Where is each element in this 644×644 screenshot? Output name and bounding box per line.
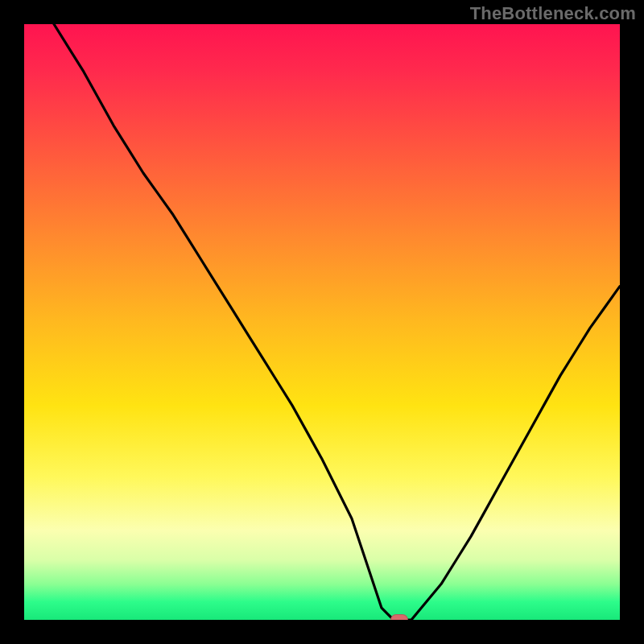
plot-area [24, 24, 620, 620]
bottleneck-curve [24, 24, 620, 620]
chart-frame: TheBottleneck.com [0, 0, 644, 644]
optimal-point-marker [390, 614, 408, 620]
watermark-text: TheBottleneck.com [470, 3, 636, 24]
